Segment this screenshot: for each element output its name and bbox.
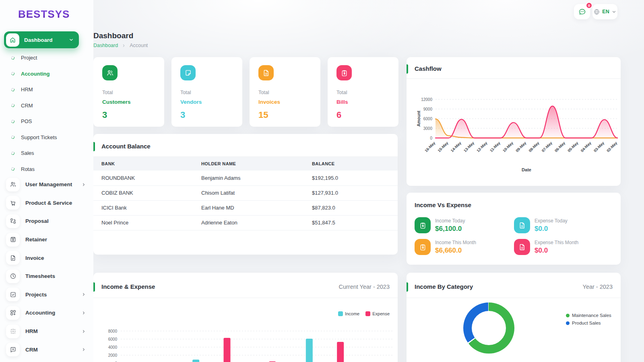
table-cell: $192,195.0 [304, 171, 398, 185]
ive-value: $6,100.0 [435, 225, 465, 233]
table-cell: $51,847.5 [304, 215, 398, 230]
table-cell: ROUNDBANK [93, 171, 193, 185]
breadcrumb: Dashboard Account [93, 43, 148, 48]
ive-value: $0.0 [535, 247, 578, 255]
ive-item-income-this-month: Income This Month$6,660.0 [415, 239, 513, 255]
language-code: EN [602, 9, 609, 14]
legend-item-income[interactable]: Income [338, 311, 359, 316]
svg-text:9000: 9000 [423, 107, 433, 111]
svg-text:04-May: 04-May [580, 140, 592, 153]
income-vs-expense-grid: Income Today$6,100.0Expense Today$0.0Inc… [415, 217, 613, 255]
svg-text:03-May: 03-May [593, 140, 605, 153]
retainer-icon [6, 233, 20, 247]
ive-label: Expense Today [535, 218, 568, 224]
chevron-right-icon [81, 292, 86, 297]
legend-item-expense[interactable]: Expense [365, 311, 390, 316]
ive-label: Income Today [435, 218, 465, 224]
table-cell: $127,931.0 [304, 185, 398, 200]
stat-prefix: Total [258, 90, 312, 95]
sidebar-item-invoice[interactable]: Invoice [0, 249, 93, 267]
ive-item-expense-this-month: Expense This Month$0.0 [514, 239, 613, 255]
language-selector[interactable]: EN [592, 4, 617, 19]
table-cell: COBIZ BANK [93, 185, 193, 200]
sidebar-item-sales[interactable]: Sales [0, 145, 93, 161]
column-header: BALANCE [304, 157, 398, 171]
svg-text:3000: 3000 [423, 126, 433, 131]
bullet-icon [11, 135, 15, 139]
svg-text:0: 0 [430, 136, 432, 140]
income-vs-expense-title: Income Vs Expense [415, 202, 613, 208]
legend-swatch [566, 321, 570, 325]
sidebar-item-accounting[interactable]: Accounting [0, 66, 93, 82]
bullet-icon [11, 88, 15, 92]
ive-label: Income This Month [435, 240, 476, 245]
sidebar-item-hrm[interactable]: HRM [0, 322, 93, 341]
chevron-right-icon [81, 311, 86, 315]
svg-text:10-May: 10-May [502, 140, 514, 153]
sidebar-item-crm[interactable]: CRM [0, 98, 93, 114]
sidebar-item-retainer[interactable]: Retainer [0, 230, 93, 249]
svg-text:13-May: 13-May [463, 140, 475, 153]
svg-text:05-May: 05-May [567, 140, 579, 153]
svg-text:8000: 8000 [108, 329, 118, 333]
sidebar-item-support-tickets[interactable]: Support Tickets [0, 130, 93, 146]
sidebar-item-proposal[interactable]: Proposal [0, 212, 93, 230]
sidebar-item-dashboard[interactable]: Dashboard [4, 31, 79, 48]
chat-square-icon [6, 343, 20, 356]
home-icon [6, 33, 19, 47]
svg-text:14-May: 14-May [450, 140, 462, 153]
svg-text:15-May: 15-May [437, 140, 449, 153]
cashflow-card: Cashflow 120009000600030000Amount16-May1… [407, 57, 621, 186]
income-by-category-title: Income By Category [415, 283, 473, 290]
legend-swatch [338, 311, 343, 316]
svg-text:12000: 12000 [421, 97, 432, 102]
accent-bar [93, 282, 95, 292]
sidebar-item-pos[interactable]: POS [0, 113, 93, 130]
ive-item-income-today: Income Today$6,100.0 [415, 217, 513, 233]
sidebar-item-product-service[interactable]: Product & Service [0, 194, 93, 212]
sidebar-item-rotas[interactable]: Rotas [0, 161, 93, 177]
crosshair-icon [6, 325, 20, 338]
svg-text:06-May: 06-May [554, 140, 566, 153]
account-balance-card: Account Balance BANKHOLDER NAMEBALANCE R… [93, 134, 398, 255]
note-icon [180, 65, 196, 80]
donut-legend: Maintenance SalesProduct Sales [566, 313, 611, 325]
breadcrumb-current: Account [130, 43, 148, 48]
chevron-right-icon [81, 347, 86, 352]
breadcrumb-dashboard-link[interactable]: Dashboard [93, 43, 118, 48]
sidebar-item-crm[interactable]: CRM [0, 340, 93, 359]
stat-label: Customers [102, 99, 155, 105]
chevron-right-icon [81, 182, 86, 187]
sidebar-item-project[interactable]: Project [0, 50, 93, 66]
stat-card-customers: TotalCustomers3 [93, 57, 164, 127]
ive-value: $6,660.0 [435, 247, 476, 255]
table-cell: $87,823.0 [304, 200, 398, 215]
account-balance-table: BANKHOLDER NAMEBALANCE ROUNDBANKBenjamin… [93, 157, 398, 230]
globe-icon [593, 8, 600, 15]
bullet-icon [11, 151, 15, 155]
users-icon [6, 178, 20, 191]
sidebar-item-hrm[interactable]: HRM [0, 82, 93, 98]
messages-button[interactable]: 0 [574, 4, 590, 19]
sidebar-item-accounting[interactable]: Accounting [0, 304, 93, 322]
svg-text:02-May: 02-May [606, 140, 618, 153]
chevron-down-icon [611, 9, 617, 14]
sidebar-dashboard-label: Dashboard [24, 37, 64, 43]
sidebar-item-timesheets[interactable]: Timesheets [0, 267, 93, 286]
table-row: Noel PrinceAdrienne Eaton$51,847.5 [93, 215, 398, 230]
chat-icon [578, 8, 586, 16]
svg-text:4000: 4000 [108, 345, 118, 350]
income-expense-chart-card: Income & Expense Current Year - 2023 Inc… [93, 273, 398, 362]
stat-card-invoices: TotalInvoices15 [250, 57, 320, 127]
cart-icon [6, 196, 20, 210]
users-icon [102, 65, 118, 80]
chevron-down-icon [68, 37, 74, 43]
stat-cards-row: TotalCustomers3TotalVendors3TotalInvoice… [93, 57, 398, 127]
legend-item-product-sales[interactable]: Product Sales [566, 321, 611, 325]
income-by-category-card: Income By Category Year - 2023 Maintenan… [407, 273, 621, 362]
sidebar-item-projects[interactable]: Projects [0, 286, 93, 304]
sidebar-item-user-management[interactable]: User Management [0, 175, 93, 194]
svg-text:07-May: 07-May [541, 140, 553, 153]
legend-item-maintenance-sales[interactable]: Maintenance Sales [566, 313, 611, 318]
svg-text:6000: 6000 [423, 117, 433, 121]
